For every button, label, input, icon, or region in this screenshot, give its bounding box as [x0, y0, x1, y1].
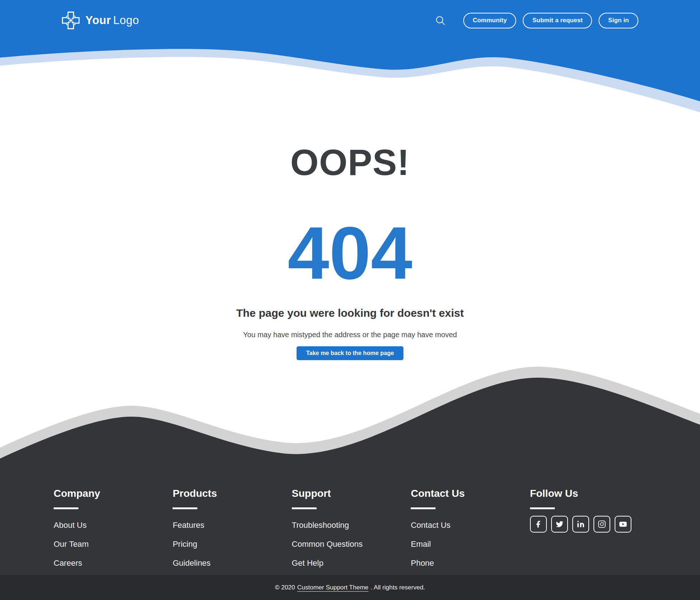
copyright-prefix: © 2020 — [275, 584, 295, 591]
footer-link-get-help[interactable]: Get Help — [292, 554, 411, 573]
footer-column-title: Products — [173, 488, 291, 499]
back-home-button[interactable]: Take me back to the home page — [297, 346, 403, 360]
copyright-suffix: . All rights reserved. — [371, 584, 425, 591]
footer-title-underline — [54, 507, 78, 509]
footer-link-troubleshooting[interactable]: Troubleshooting — [292, 516, 411, 535]
footer: Company About Us Our Team Careers Produc… — [0, 470, 700, 575]
footer-column-support: Support Troubleshooting Common Questions… — [292, 488, 411, 575]
header-wave — [0, 47, 700, 113]
footer-column-title: Support — [292, 488, 411, 499]
footer-link-about-us[interactable]: About Us — [54, 516, 173, 535]
footer-title-underline — [530, 507, 555, 509]
footer-bottom-bar: © 2020 Customer Support Theme . All righ… — [0, 575, 700, 600]
youtube-icon — [619, 520, 627, 528]
footer-link-pricing[interactable]: Pricing — [173, 535, 291, 554]
footer-wave — [0, 361, 700, 470]
footer-title-underline — [173, 507, 197, 509]
footer-column-title: Contact Us — [411, 488, 530, 499]
social-icons-row — [530, 516, 649, 533]
footer-column-company: Company About Us Our Team Careers — [54, 488, 173, 575]
error-description: You may have mistyped the address or the… — [0, 330, 700, 339]
logo-knot-cross-icon — [61, 11, 80, 30]
instagram-icon — [598, 520, 606, 528]
footer-link-contact-us[interactable]: Contact Us — [411, 516, 530, 535]
footer-link-our-team[interactable]: Our Team — [54, 535, 173, 554]
footer-link-common-questions[interactable]: Common Questions — [292, 535, 411, 554]
facebook-icon — [534, 520, 542, 528]
youtube-link[interactable] — [615, 516, 631, 533]
sign-in-button[interactable]: Sign in — [599, 13, 638, 28]
footer-link-phone[interactable]: Phone — [411, 554, 530, 573]
twitter-icon — [556, 520, 564, 528]
facebook-link[interactable] — [530, 516, 547, 533]
footer-column-contact-us: Contact Us Contact Us Email Phone — [411, 488, 530, 575]
instagram-link[interactable] — [593, 516, 610, 533]
footer-link-guidelines[interactable]: Guidelines — [173, 554, 291, 573]
logo-text-bold: Your — [85, 14, 111, 27]
submit-request-button[interactable]: Submit a request — [523, 13, 592, 28]
header-nav: Community Submit a request Sign in — [435, 13, 638, 28]
error-subtitle: The page you were looking for doesn't ex… — [0, 307, 700, 320]
footer-link-features[interactable]: Features — [173, 516, 291, 535]
error-heading: OOPS! — [0, 144, 700, 180]
footer-link-email[interactable]: Email — [411, 535, 530, 554]
logo-text: YourLogo — [85, 14, 139, 27]
footer-column-follow-us: Follow Us — [530, 488, 649, 575]
error-code-404: 404 — [0, 215, 700, 290]
footer-link-careers[interactable]: Careers — [54, 554, 173, 573]
logo-text-light: Logo — [113, 14, 139, 27]
error-section: OOPS! 404 The page you were looking for … — [0, 113, 700, 361]
search-icon — [435, 15, 446, 26]
customer-support-theme-link[interactable]: Customer Support Theme — [297, 584, 368, 591]
linkedin-icon — [577, 520, 585, 528]
community-button[interactable]: Community — [463, 13, 517, 28]
footer-title-underline — [411, 507, 436, 509]
footer-column-title: Follow Us — [530, 488, 649, 499]
footer-title-underline — [292, 507, 317, 509]
logo[interactable]: YourLogo — [61, 11, 139, 30]
search-button[interactable] — [435, 15, 446, 26]
linkedin-link[interactable] — [572, 516, 589, 533]
twitter-link[interactable] — [551, 516, 568, 533]
header: YourLogo Community Submit a request Sign… — [0, 0, 700, 47]
footer-column-products: Products Features Pricing Guidelines — [173, 488, 291, 575]
footer-column-title: Company — [54, 488, 173, 499]
